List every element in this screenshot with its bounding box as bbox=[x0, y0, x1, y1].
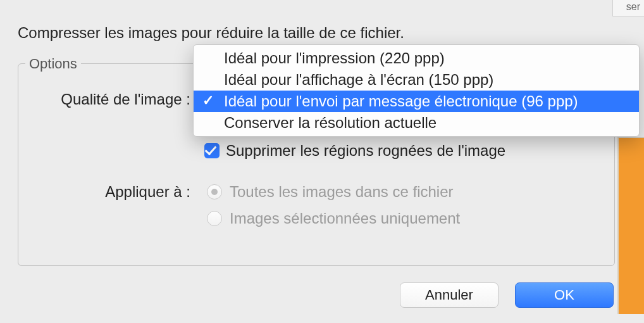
background-window-fragment: ser bbox=[612, 0, 644, 16]
dropdown-item-keep[interactable]: Conserver la résolution actuelle bbox=[194, 112, 639, 134]
image-quality-label: Qualité de l'image : bbox=[31, 91, 195, 108]
radio-all-images-button[interactable] bbox=[207, 184, 222, 200]
radio-all-images-label: Toutes les images dans ce fichier bbox=[230, 183, 454, 201]
dropdown-item-email[interactable]: Idéal pour l'envoi par message électroni… bbox=[194, 91, 639, 112]
dropdown-item-screen[interactable]: Idéal pour l'affichage à l'écran (150 pp… bbox=[194, 69, 639, 91]
options-group-label: Options bbox=[25, 56, 81, 72]
delete-cropped-checkbox[interactable] bbox=[204, 143, 220, 158]
delete-cropped-label: Supprimer les régions rognées de l'image bbox=[226, 142, 505, 160]
apply-to-label: Appliquer à : bbox=[31, 183, 195, 201]
delete-cropped-checkbox-row[interactable]: Supprimer les régions rognées de l'image bbox=[204, 142, 505, 160]
background-strip bbox=[617, 137, 644, 314]
apply-to-radio-group: Toutes les images dans ce fichier Images… bbox=[207, 183, 460, 236]
radio-all-images[interactable]: Toutes les images dans ce fichier bbox=[207, 183, 460, 201]
radio-selected-images[interactable]: Images sélectionnées uniquement bbox=[207, 210, 460, 227]
dialog-title: Compresser les images pour réduire la ta… bbox=[18, 24, 404, 42]
dropdown-item-print[interactable]: Idéal pour l'impression (220 ppp) bbox=[194, 48, 639, 69]
radio-selected-images-label: Images sélectionnées uniquement bbox=[230, 210, 460, 227]
image-quality-row: Qualité de l'image : bbox=[31, 91, 195, 108]
image-quality-dropdown[interactable]: Idéal pour l'impression (220 ppp) Idéal … bbox=[193, 44, 640, 137]
apply-to-row: Appliquer à : bbox=[31, 183, 195, 201]
cancel-button[interactable]: Annuler bbox=[400, 282, 498, 308]
dialog-button-bar: Annuler OK bbox=[400, 282, 614, 308]
ok-button[interactable]: OK bbox=[515, 282, 614, 308]
radio-selected-images-button[interactable] bbox=[207, 211, 222, 226]
